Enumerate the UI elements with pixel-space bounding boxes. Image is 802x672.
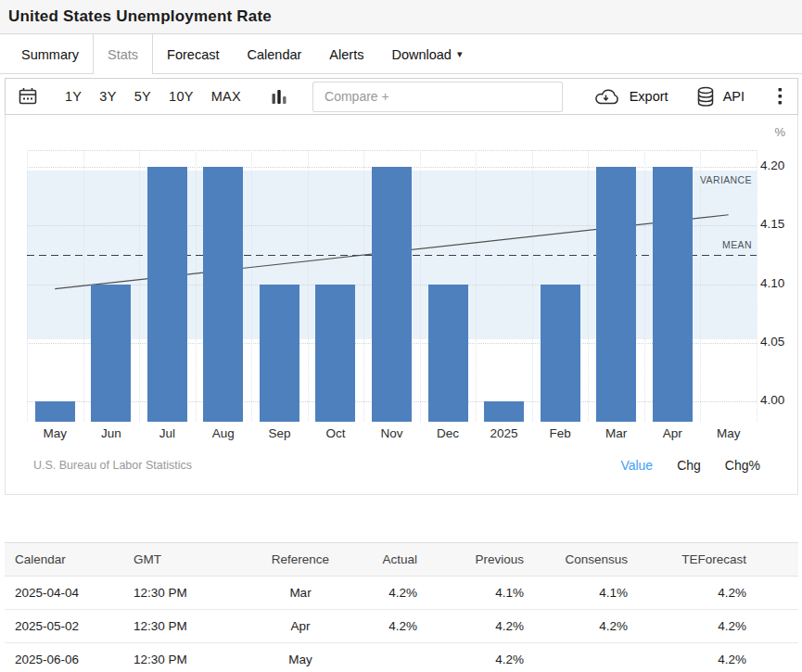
tab-calendar[interactable]: Calendar xyxy=(234,34,316,74)
chart-card: % VARIANCEMEAN U.S. Bureau of Labor Stat… xyxy=(5,115,798,495)
chart-bar xyxy=(596,167,636,422)
range-group: 1Y3Y5Y10YMAX xyxy=(65,89,241,104)
range-3y[interactable]: 3Y xyxy=(99,89,116,104)
y-axis-tick: 4.00 xyxy=(760,393,784,407)
chart-bar xyxy=(541,285,580,422)
table-cell: 12:30 PM xyxy=(134,610,245,643)
range-5y[interactable]: 5Y xyxy=(134,89,151,104)
variance-label: VARIANCE xyxy=(700,174,752,185)
chart-bar xyxy=(315,285,355,422)
table-cell: 4.2% xyxy=(356,610,417,643)
table-row[interactable]: 2025-06-0612:30 PMMay4.2%4.2% xyxy=(5,643,798,672)
table-cell: 2025-04-04 xyxy=(5,577,134,610)
chart-bar xyxy=(484,401,524,422)
chart-bar xyxy=(260,285,299,422)
caret-down-icon: ▾ xyxy=(457,48,463,60)
chart-source: U.S. Bureau of Labor Statistics xyxy=(33,459,192,472)
compare-input[interactable] xyxy=(312,82,563,112)
table-cell: 2025-06-06 xyxy=(5,643,134,672)
chart-bar xyxy=(428,285,468,422)
x-axis-tick: May xyxy=(696,426,761,440)
table-header-row: CalendarGMTReferenceActualPreviousConsen… xyxy=(5,543,798,577)
x-axis-tick: May xyxy=(22,426,87,440)
x-axis-tick: Sep xyxy=(247,426,312,440)
mean-label: MEAN xyxy=(722,239,752,250)
column-header-calendar: Calendar xyxy=(5,543,134,577)
api-button[interactable]: API xyxy=(696,86,745,108)
column-header-actual: Actual xyxy=(356,543,417,577)
chart-bar xyxy=(147,167,187,422)
table-cell: 4.2% xyxy=(628,643,798,672)
y-axis-tick: 4.05 xyxy=(760,335,784,349)
table-cell: 4.2% xyxy=(628,610,798,643)
chart-bar xyxy=(35,401,75,422)
tab-download[interactable]: Download▾ xyxy=(377,34,476,74)
page-title: United States Unemployment Rate xyxy=(8,7,272,26)
x-axis-tick: Oct xyxy=(303,426,368,440)
tab-label: Calendar xyxy=(248,47,302,62)
range-max[interactable]: MAX xyxy=(211,89,241,104)
table-cell: 4.1% xyxy=(417,577,524,610)
tab-forecast[interactable]: Forecast xyxy=(153,34,233,74)
table-cell: 4.2% xyxy=(524,610,628,643)
chart-toolbar: 1Y3Y5Y10YMAX Export xyxy=(5,78,798,115)
tab-alerts[interactable]: Alerts xyxy=(315,34,377,74)
range-10y[interactable]: 10Y xyxy=(169,89,194,104)
chart-bar xyxy=(203,167,243,422)
table-row[interactable]: 2025-04-0412:30 PMMar4.2%4.1%4.1%4.2% xyxy=(5,577,798,610)
toggle-chg[interactable]: Chg xyxy=(677,458,701,473)
title-bar: United States Unemployment Rate xyxy=(0,0,802,34)
table-cell: Apr xyxy=(245,610,356,643)
table-cell: Mar xyxy=(245,577,356,610)
kebab-menu-icon[interactable] xyxy=(778,88,783,105)
tab-label: Summary xyxy=(21,47,79,62)
x-axis-tick: 2025 xyxy=(472,426,537,440)
range-1y[interactable]: 1Y xyxy=(65,89,82,104)
table-cell: May xyxy=(245,643,356,672)
tab-label: Stats xyxy=(108,47,138,62)
table-cell: 2025-05-02 xyxy=(5,610,134,643)
calendar-table: CalendarGMTReferenceActualPreviousConsen… xyxy=(5,542,798,672)
table-cell: 4.1% xyxy=(524,577,628,610)
plot-area: VARIANCEMEAN xyxy=(27,150,757,422)
chart-bar xyxy=(653,167,693,422)
toggle-value[interactable]: Value xyxy=(620,458,653,473)
column-header-reference: Reference xyxy=(245,543,356,577)
y-axis-tick: 4.20 xyxy=(760,158,784,172)
x-axis-tick: Nov xyxy=(360,426,425,440)
x-axis-tick: Aug xyxy=(191,426,256,440)
table-cell: 4.2% xyxy=(628,577,798,610)
calendar-icon[interactable] xyxy=(17,85,39,108)
y-axis-unit: % xyxy=(774,125,785,139)
export-label: Export xyxy=(630,89,668,104)
chart-bar xyxy=(91,285,131,422)
tab-summary[interactable]: Summary xyxy=(7,34,93,74)
table-cell: 4.2% xyxy=(356,577,417,610)
api-label: API xyxy=(723,89,745,104)
table-cell xyxy=(356,643,417,672)
chart-bar xyxy=(372,167,412,422)
tab-stats[interactable]: Stats xyxy=(93,34,153,74)
tab-label: Alerts xyxy=(329,47,363,62)
table-cell: 4.2% xyxy=(417,643,524,672)
bar-chart-icon[interactable] xyxy=(272,87,287,106)
column-header-consensus: Consensus xyxy=(524,543,628,577)
x-axis-tick: Jul xyxy=(134,426,199,440)
x-axis-tick: Apr xyxy=(640,426,705,440)
y-axis-tick: 4.15 xyxy=(760,217,784,231)
cloud-download-icon xyxy=(593,87,621,107)
table-cell: 12:30 PM xyxy=(134,577,245,610)
export-button[interactable]: Export xyxy=(593,87,668,107)
series-toggle-group: ValueChgChg% xyxy=(620,458,760,473)
tab-bar: SummaryStatsForecastCalendarAlertsDownlo… xyxy=(0,34,802,74)
table-cell xyxy=(524,643,628,672)
toolbar-right-group: Export API xyxy=(593,86,797,108)
table-row[interactable]: 2025-05-0212:30 PMApr4.2%4.2%4.2%4.2% xyxy=(5,610,798,643)
toggle-chgpct[interactable]: Chg% xyxy=(725,458,760,473)
x-axis-tick: Mar xyxy=(584,426,649,440)
table-cell: 4.2% xyxy=(417,610,524,643)
table-cell: 12:30 PM xyxy=(134,643,245,672)
tab-label: Download xyxy=(391,47,452,62)
column-header-previous: Previous xyxy=(417,543,524,577)
y-axis-tick: 4.10 xyxy=(760,276,784,290)
